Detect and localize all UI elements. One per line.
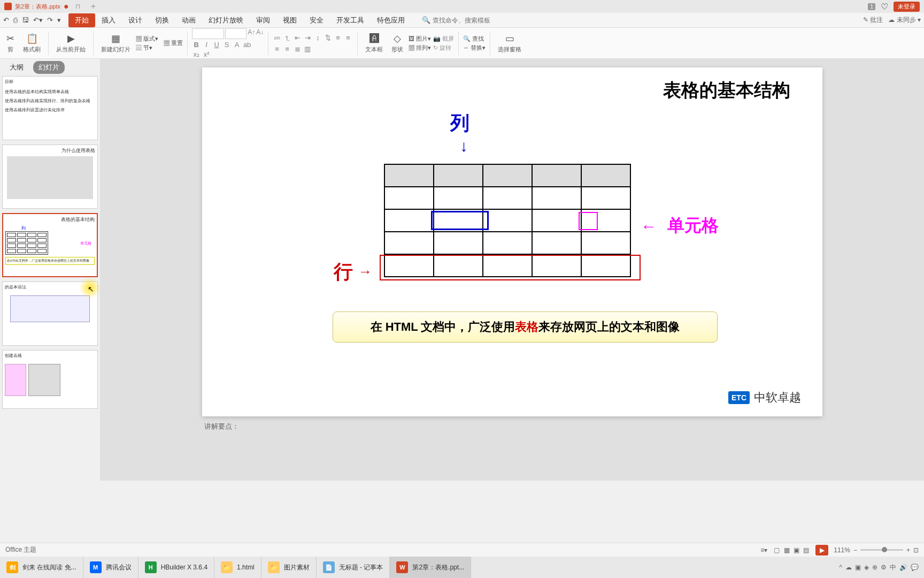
tray-ime-icon[interactable]: 中 bbox=[890, 563, 896, 572]
strike-icon[interactable]: S bbox=[222, 41, 231, 49]
taskbar-item[interactable]: HHBuilder X 3.6.4 bbox=[138, 557, 214, 578]
tab-pin-icon[interactable]: ⊓ bbox=[75, 3, 80, 10]
fit-icon[interactable]: ⊡ bbox=[913, 546, 919, 554]
superscript-icon[interactable]: x² bbox=[202, 50, 211, 58]
new-slide-button[interactable]: ▦新建幻灯片 bbox=[98, 32, 134, 55]
font-name-input[interactable] bbox=[192, 28, 224, 39]
search-box[interactable]: 🔍 bbox=[422, 16, 507, 24]
arrange-button[interactable]: ▦ 排列▾ bbox=[409, 44, 431, 52]
tab-transition[interactable]: 切换 bbox=[149, 13, 175, 27]
rotate-button[interactable]: ↻ 旋转 bbox=[433, 44, 454, 52]
tab-developer[interactable]: 开发工具 bbox=[330, 13, 371, 27]
taskbar-item[interactable]: M腾讯会议 bbox=[83, 557, 138, 578]
shape-button[interactable]: ◇形状 bbox=[388, 32, 406, 55]
font-color-icon[interactable]: A bbox=[233, 41, 241, 49]
bullets-icon[interactable]: ≔ bbox=[273, 34, 281, 43]
underline-icon[interactable]: U bbox=[212, 41, 221, 49]
taskbar-item-active[interactable]: W第2章：表格.ppt... bbox=[390, 557, 471, 578]
slide-thumbnail-3[interactable]: 表格的基本结构 列 单元格 在HTML文档中，广泛使用表格来存放网页上的文本和图… bbox=[2, 213, 98, 277]
increase-font-icon[interactable]: A↑ bbox=[248, 28, 255, 39]
tab-slideshow[interactable]: 幻灯片放映 bbox=[202, 13, 250, 27]
login-button[interactable]: 未登录 bbox=[894, 2, 920, 12]
taskbar-item[interactable]: 📄无标题 - 记事本 bbox=[317, 557, 390, 578]
slides-tab[interactable]: 幻灯片 bbox=[33, 61, 65, 74]
tray-icon[interactable]: ⊕ bbox=[872, 564, 877, 571]
taskbar-item[interactable]: 剑剑来 在线阅读 免... bbox=[0, 557, 83, 578]
tab-review[interactable]: 审阅 bbox=[250, 13, 276, 27]
align-left-icon[interactable]: ≡ bbox=[334, 34, 342, 43]
undo-icon[interactable]: ↶ bbox=[3, 16, 9, 24]
decrease-font-icon[interactable]: A↓ bbox=[256, 28, 264, 39]
paste-group[interactable]: 📋格式刷 bbox=[20, 32, 44, 55]
select-pane-button[interactable]: ▭选择窗格 bbox=[495, 32, 525, 55]
slideshow-button[interactable]: ▶ bbox=[815, 545, 828, 556]
indent-left-icon[interactable]: ⇤ bbox=[293, 34, 302, 43]
normal-view-icon[interactable]: ▢ bbox=[774, 546, 780, 554]
slide-thumbnail-1[interactable]: 目标 使用表格的基本结构实现简单表格 使用表格排列表格实现排行、排列的复杂表格 … bbox=[2, 76, 98, 140]
play-from-current[interactable]: ▶从当前开始 bbox=[53, 32, 89, 55]
align-right-icon[interactable]: ≡ bbox=[273, 45, 281, 53]
zoom-out-icon[interactable]: − bbox=[853, 546, 857, 554]
align-center-icon[interactable]: ≡ bbox=[344, 34, 352, 43]
menu-icon[interactable]: ≡▾ bbox=[760, 546, 767, 554]
tray-icon[interactable]: ◈ bbox=[864, 564, 869, 571]
bold-icon[interactable]: B bbox=[192, 41, 201, 49]
italic-icon[interactable]: I bbox=[202, 41, 211, 49]
reading-view-icon[interactable]: ▣ bbox=[794, 546, 799, 554]
taskbar-item[interactable]: 📁图片素材 bbox=[261, 557, 317, 578]
font-size-input[interactable] bbox=[225, 28, 247, 39]
zoom-in-icon[interactable]: + bbox=[906, 546, 910, 554]
tab-insert[interactable]: 插入 bbox=[95, 13, 122, 27]
tab-special[interactable]: 特色应用 bbox=[371, 13, 411, 27]
zoom-level[interactable]: 111% bbox=[834, 546, 850, 554]
replace-button[interactable]: ↔ 替换▾ bbox=[463, 44, 486, 52]
tray-up-icon[interactable]: ^ bbox=[839, 564, 842, 571]
sync-button[interactable]: ☁ 未同步 ▾ bbox=[888, 16, 921, 25]
indent-right-icon[interactable]: ⇥ bbox=[303, 34, 312, 43]
outline-tab[interactable]: 大纲 bbox=[4, 61, 29, 74]
tab-animation[interactable]: 动画 bbox=[175, 13, 202, 27]
gift-icon[interactable]: ♡ bbox=[881, 2, 888, 12]
zoom-slider[interactable] bbox=[860, 549, 903, 551]
justify-icon[interactable]: ≡ bbox=[283, 45, 291, 53]
one-badge[interactable]: 1 bbox=[868, 3, 875, 10]
columns-icon[interactable]: ▥ bbox=[303, 45, 312, 53]
find-button[interactable]: 🔍 查找 bbox=[463, 35, 486, 43]
slide-thumbnail-2[interactable]: 为什么使用表格 bbox=[2, 144, 98, 209]
subscript-icon[interactable]: x₂ bbox=[192, 50, 201, 58]
print-icon[interactable]: ⎙ bbox=[13, 16, 18, 24]
screenshot-button[interactable]: 📷 截屏 bbox=[433, 35, 454, 43]
tab-view[interactable]: 视图 bbox=[276, 13, 303, 27]
picture-button[interactable]: 🖼 图片▾ bbox=[409, 35, 431, 43]
save-icon[interactable]: 🖫 bbox=[22, 16, 29, 24]
section-button[interactable]: ▤ 节▾ bbox=[136, 44, 152, 52]
search-input[interactable] bbox=[433, 17, 507, 24]
textbox-button[interactable]: 🅰文本框 bbox=[362, 32, 386, 55]
reset-button[interactable]: ▦ 重置 bbox=[164, 39, 183, 47]
sorter-view-icon[interactable]: ▦ bbox=[784, 546, 790, 554]
tray-notification-icon[interactable]: 💬 bbox=[911, 564, 919, 571]
redo-icon[interactable]: ↷ bbox=[47, 16, 53, 24]
taskbar-item[interactable]: 📁1.html bbox=[214, 557, 261, 578]
tray-icon[interactable]: ☁ bbox=[845, 564, 852, 571]
tray-volume-icon[interactable]: 🔊 bbox=[899, 564, 907, 571]
tray-icon[interactable]: ⚙ bbox=[881, 564, 887, 571]
tab-design[interactable]: 设计 bbox=[122, 13, 149, 27]
comments-button[interactable]: ✎ 批注 bbox=[863, 16, 883, 25]
tab-home[interactable]: 开始 bbox=[68, 13, 95, 27]
tab-security[interactable]: 安全 bbox=[303, 13, 330, 27]
distribute-icon[interactable]: ≣ bbox=[293, 45, 302, 53]
cut-group[interactable]: ✂剪 bbox=[3, 32, 18, 55]
slide-thumbnail-5[interactable]: 创建表格 bbox=[2, 350, 98, 409]
layout-button[interactable]: ▦ 版式▾ bbox=[136, 35, 158, 43]
numbering-icon[interactable]: ⒈ bbox=[283, 34, 291, 43]
notes-view-icon[interactable]: ▤ bbox=[803, 546, 809, 554]
line-spacing-icon[interactable]: ↕ bbox=[313, 34, 322, 43]
notes-area[interactable]: 讲解要点： bbox=[202, 416, 822, 437]
new-tab-button[interactable]: + bbox=[91, 2, 96, 11]
undo-dropdown-icon[interactable]: ↶▾ bbox=[33, 16, 43, 24]
tray-icon[interactable]: ▣ bbox=[855, 564, 861, 571]
current-slide[interactable]: 表格的基本结构 列 ↓ ← 单元格 行 → 在 HTML 文档中，广泛使用表格来… bbox=[202, 67, 822, 416]
text-direction-icon[interactable]: ⇅ bbox=[324, 34, 332, 43]
highlight-icon[interactable]: ab bbox=[243, 41, 251, 49]
